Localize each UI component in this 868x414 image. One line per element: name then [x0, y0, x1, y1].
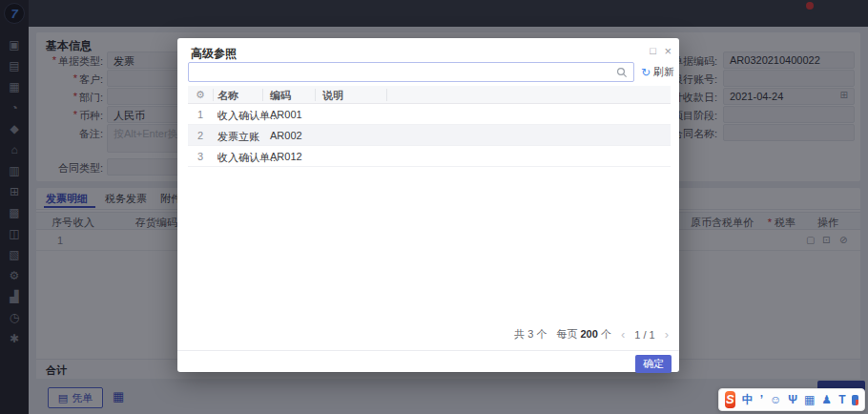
- prev-page-icon[interactable]: ‹: [621, 327, 625, 342]
- next-page-icon[interactable]: ›: [665, 327, 669, 342]
- page-indicator: 1 / 1: [634, 329, 654, 341]
- keyboard-icon[interactable]: ▦: [804, 391, 815, 408]
- emoji-icon[interactable]: ☺: [770, 391, 781, 408]
- close-icon[interactable]: ×: [664, 44, 672, 58]
- refresh-button[interactable]: ↻ 刷新: [641, 65, 674, 79]
- dialog-title: 高级参照: [191, 46, 237, 62]
- reference-table: ⚙ 名称 编码 说明 1 收入确认单... AR001 2 发票立账 AR002…: [188, 86, 671, 167]
- sogou-logo-icon[interactable]: S: [725, 391, 735, 408]
- confirm-button[interactable]: 确定: [635, 355, 672, 373]
- reference-row[interactable]: 2 发票立账 AR002: [188, 125, 671, 146]
- toolbox-icon[interactable]: [852, 395, 858, 405]
- reference-table-header: ⚙ 名称 编码 说明: [188, 86, 671, 104]
- column-settings-icon[interactable]: ⚙: [196, 89, 205, 101]
- chinese-mode-icon[interactable]: 中: [742, 391, 754, 408]
- pagination: 共 3 个 每页 200 个 ‹ 1 / 1 ›: [177, 327, 669, 342]
- microphone-icon[interactable]: Ψ: [788, 391, 797, 408]
- maximize-icon[interactable]: □: [650, 45, 656, 56]
- total-count: 共 3 个: [514, 327, 547, 342]
- punctuation-icon[interactable]: ’: [760, 391, 763, 408]
- page-size[interactable]: 每页 200 个: [556, 327, 610, 342]
- skin-icon[interactable]: ♟: [821, 391, 832, 408]
- search-icon: [616, 67, 628, 78]
- refresh-icon: ↻: [641, 66, 651, 79]
- search-input[interactable]: [188, 62, 634, 82]
- advanced-reference-dialog: 高级参照 □ × ↻ 刷新 ⚙ 名称 编码 说明 1 收入确认单... AR00…: [177, 38, 679, 372]
- clothes-icon[interactable]: T: [838, 391, 845, 408]
- app-window: 7 ▣▤▦◔◆⌂▥⊞▩◫▧⚙▟◷✱ ⌂ 首页 ▾ 项目全景 × 新增发票 × 您…: [0, 0, 868, 414]
- reference-row[interactable]: 3 收入确认单... AR012: [188, 146, 671, 167]
- ime-toolbar: S中’☺Ψ▦♟T: [718, 388, 865, 411]
- reference-row[interactable]: 1 收入确认单... AR001: [188, 104, 671, 125]
